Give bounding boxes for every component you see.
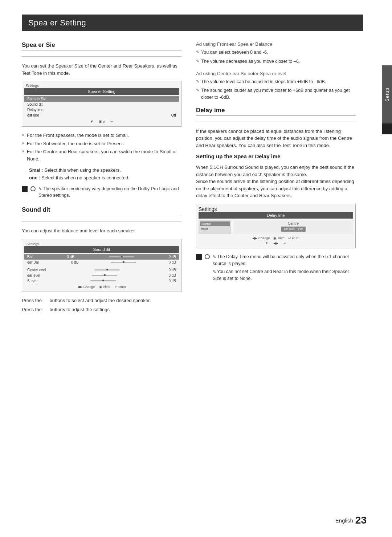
sound-row-front-bal: Bal 0 dB 0 dB: [24, 254, 179, 260]
delay-test-tone-btn: est one Off: [281, 227, 305, 232]
delay-nav-1: ▼: [265, 241, 269, 245]
sound-edit-section: Sound dit You can adjust the balance and…: [22, 206, 181, 313]
sound-edit-screen: Settings Sound dit Bal 0 dB 0 dB ear Bal…: [22, 239, 181, 292]
delay-screen-nav: ▼ ◀▶ ↩: [199, 241, 353, 246]
s-row-rear-left-val: 0 dB: [71, 260, 79, 264]
centre-rear-sub-heading: Ad usting Centre ear Su oofer Spea er ev…: [196, 71, 356, 76]
front-rear-balance-section: Ad usting Front ear Spea er Balance You …: [196, 41, 356, 65]
delay-time-note-text: The Delay Time menu will be activated on…: [213, 253, 356, 284]
delay-nav-3: ↩: [283, 241, 286, 245]
sound-screen-title: Sound dit: [24, 246, 179, 253]
s-row-right-val: 0 dB: [168, 255, 176, 259]
delay-note-line-1: The Delay Time menu will be activated on…: [213, 253, 356, 267]
footer-nav-3: ↩: [110, 119, 113, 123]
delay-note-line-2: You can not set Centre and Rear in this …: [213, 268, 356, 282]
delay-note-circle-icon: [205, 254, 210, 259]
sound-row-rear-level: ear evel 0 dB: [24, 273, 179, 278]
speaker-size-intro: You can set the Speaker Size of the Cent…: [22, 62, 181, 77]
screen-title-1: Spea er Setting: [24, 88, 179, 95]
press-text-2: Press the buttons to adjust the settings…: [22, 306, 181, 313]
note-circle-icon: [30, 186, 36, 191]
tip-centre-1: The volume level can be adjusted in step…: [196, 78, 356, 85]
delay-footer-select: ▣ elect: [273, 236, 285, 240]
down-arrow-icon: ▼: [90, 119, 94, 123]
section-divider-2: [22, 221, 181, 221]
press-text-1: Press the buttons to select and adjust t…: [22, 297, 181, 304]
section-divider-1: [22, 56, 181, 57]
front-bal-bar: [109, 256, 134, 257]
speaker-setting-screen: Settings Spea er Setting Spea er Sie Sou…: [22, 81, 181, 127]
delay-footer-change: ◀▶ Change: [252, 236, 270, 240]
indent-small: Smal : Select this when using the speake…: [29, 167, 181, 174]
row-label-speaker-size: Spea er Sie: [27, 97, 46, 101]
s-row-label-rear-level: ear evel: [27, 273, 40, 277]
rear-level-bar: [92, 275, 117, 276]
bullet-front-speakers: For the Front speakers, the mode is set …: [22, 132, 181, 139]
footer-select: ▣ elect: [99, 285, 110, 289]
delay-screen-footer: ◀▶ Change ▣ elect ↩ eturn: [199, 236, 353, 241]
screen-row-sound-edit: Sound dit: [24, 102, 179, 107]
delay-screen-outer-label: Settings: [199, 206, 353, 212]
row-value-test-tone: Off: [171, 113, 176, 117]
s-row-center-val: 0 dB: [168, 268, 176, 272]
indent-none: one : Select this when no speaker is con…: [29, 174, 181, 182]
rear-bal-bar: [111, 262, 136, 263]
row-label-test-tone: est one: [27, 113, 39, 117]
screen-row-delay-time: Delay ime: [24, 107, 179, 113]
delay-footer-return: ↩ eturn: [288, 236, 299, 240]
sound-screen-outer-label: Settings: [24, 241, 179, 246]
row-label-sound-edit: Sound dit: [27, 102, 42, 106]
speaker-size-note-text: The speaker mode may vary depending on t…: [38, 186, 181, 201]
delay-time-intro: If the speakers cannot be placed at equa…: [196, 128, 356, 149]
lr-arrow-icon: ▣: [99, 119, 102, 123]
return-icon: ↩: [110, 119, 113, 123]
s-row-left-val: 0 dB: [67, 255, 74, 259]
note-line-1: The speaker mode may vary depending on t…: [38, 186, 181, 199]
s-row-label-front: Bal: [27, 255, 32, 259]
sound-edit-heading: Sound dit: [22, 206, 181, 215]
screen-row-speaker-size: Spea er Sie: [24, 96, 179, 102]
delay-nav-2: ◀▶: [273, 241, 278, 245]
speaker-size-bullets: For the Front speakers, the mode is set …: [22, 132, 181, 162]
sound-row-center-level: Center evel 0 dB: [24, 267, 179, 273]
screen-row-test-tone: est one Off: [24, 113, 179, 118]
side-tab-dark: [382, 123, 392, 134]
page-title: Spea er Setting: [22, 15, 363, 31]
s-row-rear-level-val: 0 dB: [168, 273, 176, 277]
page-number: 23: [355, 514, 367, 526]
footer-nav-2: ▣ el: [99, 119, 105, 123]
s-row-label-rear: ear Bal: [27, 260, 39, 264]
row-label-delay-time: Delay ime: [27, 108, 43, 112]
s-row-rear-right-val: 0 dB: [168, 260, 176, 264]
main-content: Spea er Setting Spea er Sie You can set …: [0, 0, 392, 334]
sound-edit-intro: You can adjust the balance and level for…: [22, 227, 181, 235]
side-tab-label: Setup: [384, 88, 390, 102]
delay-time-screen: Settings Delay ime Centre Rear Centre es…: [196, 204, 356, 248]
english-label: English: [335, 517, 353, 524]
s-row-sub-val: 0 dB: [168, 279, 176, 283]
front-rear-balance-heading: Ad usting Front ear Spea er Balance: [196, 41, 356, 47]
delay-time-section: Delay ime If the speakers cannot be plac…: [196, 107, 356, 284]
speaker-size-section: Spea er Sie You can set the Speaker Size…: [22, 41, 181, 200]
page-footer: English 23: [335, 514, 367, 526]
speaker-size-heading: Spea er Sie: [22, 41, 181, 50]
delay-time-note: ■ The Delay Time menu will be activated …: [196, 253, 356, 284]
delay-right-panel: Centre est one Off: [233, 220, 353, 234]
delay-item-rear: Rear: [200, 226, 230, 231]
bullet-subwoofer: For the Subwoofer, the mode is set to Pr…: [22, 140, 181, 147]
delay-time-heading: Delay ime: [196, 107, 356, 116]
delay-left-panel: Centre Rear: [199, 220, 231, 234]
footer-nav-1: ▼: [90, 119, 94, 123]
screen-footer-1: ▼ ▣ el ↩: [24, 118, 179, 124]
delay-screen-title: Delay ime: [199, 212, 353, 219]
s-row-label-sub: S evel: [27, 279, 37, 283]
two-column-layout: Spea er Sie You can set the Speaker Size…: [22, 41, 363, 319]
tip-front-balance-2: The volume decreases as you move closer …: [196, 58, 356, 65]
delay-screen-inner: Centre Rear Centre est one Off: [199, 220, 353, 234]
bullet-centre-rear: For the Centre and Rear speakers, you ca…: [22, 148, 181, 162]
tip-front-balance-1: You can select between 0 and -6.: [196, 49, 356, 56]
note-square-icon: ■: [22, 186, 28, 192]
centre-rear-sub-section: Ad usting Centre ear Su oofer Spea er ev…: [196, 71, 356, 101]
left-column: Spea er Sie You can set the Speaker Size…: [22, 41, 181, 319]
delay-item-centre: Centre: [200, 221, 230, 226]
